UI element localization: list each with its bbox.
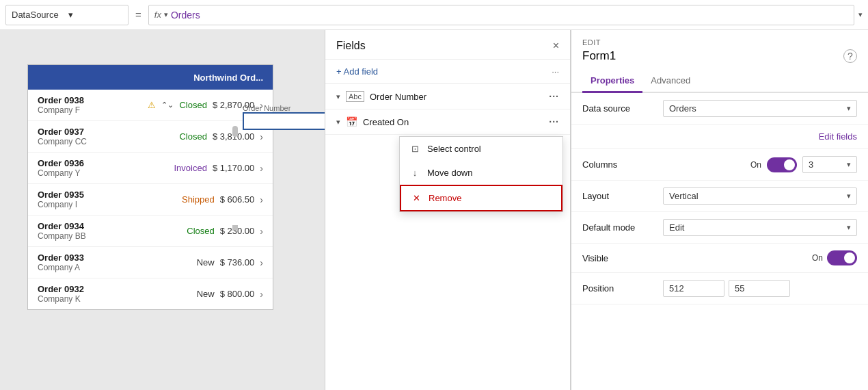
row-chevron-icon[interactable]: › [260, 131, 263, 142]
properties-panel: EDIT Form1 ? Properties Advanced Data so… [571, 30, 868, 390]
amount: $ 606.50 [220, 194, 255, 205]
company: Company A [38, 263, 191, 272]
field-name: Created On [363, 117, 543, 127]
fields-header: Fields × [325, 30, 570, 60]
list-item[interactable]: ▾ Abc Order Number ··· [325, 84, 570, 109]
context-menu: ⊡ Select control ↓ Move down ✕ Remove [399, 136, 563, 212]
datasource-chevron-icon: ▾ [847, 104, 851, 113]
table-row[interactable]: Order 0934 Company BB Closed $ 230.00 › [28, 216, 273, 247]
field-label: Order Number [243, 104, 325, 112]
status: Shipped [182, 194, 215, 205]
scroll-handle-bottom[interactable] [232, 225, 238, 231]
field-name: Order Number [370, 92, 543, 102]
add-field-more-icon[interactable]: ··· [552, 66, 559, 77]
visible-toggle[interactable] [827, 250, 857, 265]
topbar-expand-icon[interactable]: ▾ [858, 10, 863, 19]
row-chevron-icon[interactable]: › [260, 257, 263, 268]
prop-row-columns: Columns On 3 ▾ [571, 149, 868, 181]
row-chevron-icon[interactable]: › [260, 289, 263, 300]
table-row[interactable]: Order 0932 Company K New $ 800.00 › [28, 278, 273, 309]
company: Company Y [38, 168, 168, 178]
columns-toggle[interactable] [767, 157, 797, 172]
company: Company I [38, 200, 176, 209]
company: Company CC [38, 137, 174, 146]
table-row[interactable]: Order 0933 Company A New $ 736.00 › [28, 247, 273, 278]
row-chevron-icon[interactable]: › [260, 226, 263, 237]
columns-chevron-icon: ▾ [847, 160, 851, 169]
row-chevron-icon[interactable]: › [260, 194, 263, 205]
default-mode-value: Edit [669, 222, 684, 233]
order-id: Order 0936 [38, 158, 168, 168]
context-menu-select-control[interactable]: ⊡ Select control [400, 137, 562, 161]
datasource-label: DataSource [12, 10, 66, 20]
formula-value: Orders [171, 10, 200, 21]
datasource-chevron-icon: ▾ [68, 10, 122, 20]
formula-bar[interactable]: fx ▾ Orders [148, 5, 854, 25]
edit-label: EDIT [571, 30, 868, 48]
table-row[interactable]: Order 0935 Company I Shipped $ 606.50 › [28, 184, 273, 216]
formula-chevron-icon: ▾ [164, 10, 168, 19]
canvas-area: Northwind Ord... Order 0938 Company F ⚠ … [0, 30, 325, 390]
field-input-area: Order Number [243, 104, 325, 130]
prop-row-edit-fields: Edit fields [571, 125, 868, 149]
warning-icon: ⚠ [148, 100, 156, 110]
position-y-input[interactable] [729, 280, 790, 297]
position-prop-label: Position [582, 283, 657, 294]
top-bar: DataSource ▾ = fx ▾ Orders ▾ [0, 0, 868, 30]
order-id: Order 0932 [38, 284, 191, 294]
form-card: Northwind Ord... Order 0938 Company F ⚠ … [27, 64, 273, 310]
list-item[interactable]: ▾ 📅 Created On ··· [325, 109, 570, 135]
status: Closed [179, 131, 206, 142]
sort-icon: ⌃⌄ [161, 101, 174, 109]
layout-dropdown[interactable]: Vertical ▾ [663, 187, 857, 205]
field-type-icon: Abc [346, 91, 364, 102]
position-x-input[interactable] [663, 280, 724, 297]
status: New [197, 257, 215, 268]
edit-fields-link[interactable]: Edit fields [819, 131, 857, 142]
columns-dropdown[interactable]: 3 ▾ [802, 156, 857, 173]
tab-advanced[interactable]: Advanced [642, 70, 699, 93]
remove-icon: ✕ [411, 193, 422, 203]
tab-properties[interactable]: Properties [582, 70, 642, 93]
fields-panel: Fields × + Add field ··· ▾ Abc Order Num… [325, 30, 571, 390]
field-input[interactable] [243, 112, 325, 130]
add-field-row[interactable]: + Add field ··· [325, 60, 570, 84]
field-more-icon[interactable]: ··· [549, 116, 559, 127]
datasource-select[interactable]: DataSource ▾ [5, 5, 128, 25]
scroll-handle-top[interactable] [232, 126, 238, 137]
columns-prop-label: Columns [582, 159, 657, 170]
layout-chevron-icon: ▾ [847, 192, 851, 200]
help-icon[interactable]: ? [843, 49, 857, 63]
context-menu-remove[interactable]: ✕ Remove [400, 185, 562, 211]
field-chevron-icon: ▾ [336, 92, 340, 101]
layout-prop-label: Layout [582, 191, 657, 201]
table-row[interactable]: Order 0938 Company F ⚠ ⌃⌄ Closed $ 2,870… [28, 90, 273, 121]
table-row[interactable]: Order 0936 Company Y Invoiced $ 1,170.00… [28, 153, 273, 184]
default-mode-chevron-icon: ▾ [847, 223, 851, 232]
amount: $ 736.00 [220, 257, 255, 268]
order-id: Order 0935 [38, 190, 176, 200]
prop-row-datasource: Data source Orders ▾ [571, 93, 868, 125]
visible-prop-label: Visible [582, 253, 657, 263]
columns-on-label: On [750, 160, 761, 170]
status: Closed [187, 226, 214, 236]
company: Company BB [38, 231, 181, 241]
fields-title: Fields [336, 40, 366, 52]
company: Company K [38, 294, 191, 304]
default-mode-prop-label: Default mode [582, 222, 657, 233]
prop-row-visible: Visible On [571, 244, 868, 273]
order-id: Order 0934 [38, 221, 181, 231]
tabs-row: Properties Advanced [571, 70, 868, 93]
field-more-icon[interactable]: ··· [549, 91, 559, 102]
datasource-dropdown[interactable]: Orders ▾ [663, 100, 857, 117]
visible-on-label: On [812, 253, 823, 263]
order-id: Order 0937 [38, 127, 174, 137]
move-down-icon: ↓ [409, 168, 420, 178]
order-id: Order 0938 [38, 95, 142, 105]
default-mode-dropdown[interactable]: Edit ▾ [663, 219, 857, 236]
form-title: Form1 [582, 49, 616, 63]
close-button[interactable]: × [553, 40, 559, 52]
context-menu-move-down[interactable]: ↓ Move down [400, 161, 562, 185]
row-chevron-icon[interactable]: › [260, 163, 263, 174]
company: Company F [38, 105, 142, 115]
